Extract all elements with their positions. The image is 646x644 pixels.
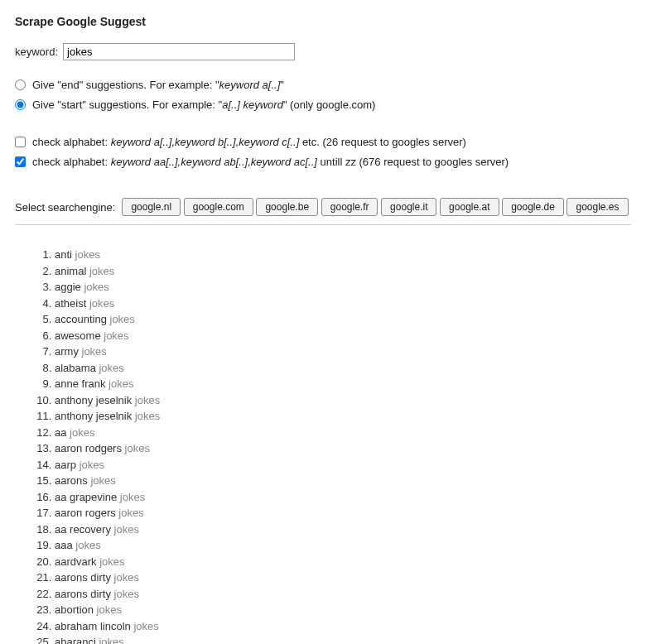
result-keyword: jokes bbox=[114, 588, 139, 600]
start-suggestion-label: Give "start" suggestions. For example: "… bbox=[32, 97, 375, 113]
result-term: accounting bbox=[55, 313, 110, 325]
search-engine-row: Select searchengine: google.nl google.co… bbox=[15, 198, 631, 216]
result-keyword: jokes bbox=[75, 248, 100, 261]
single-alphabet-row: check alphabet: keyword a[..],keyword b[… bbox=[15, 134, 631, 151]
engine-button-google-at[interactable]: google.at bbox=[440, 198, 499, 216]
result-item: awesome jokes bbox=[55, 328, 631, 344]
end-suggestion-row: Give "end" suggestions. For example: "ke… bbox=[15, 77, 631, 94]
result-term: aardvark bbox=[55, 555, 99, 568]
result-term: awesome bbox=[55, 329, 104, 342]
double-alphabet-row: check alphabet: keyword aa[..],keyword a… bbox=[15, 154, 631, 171]
result-item: atheist jokes bbox=[55, 296, 631, 312]
result-term: aaron rogers bbox=[55, 507, 118, 519]
engine-button-google-nl[interactable]: google.nl bbox=[122, 198, 181, 216]
keyword-input[interactable] bbox=[63, 43, 295, 60]
result-term: anne frank bbox=[55, 377, 108, 390]
result-item: anthony jeselnik jokes bbox=[55, 408, 631, 425]
result-keyword: jokes bbox=[114, 523, 139, 536]
result-term: abaranci bbox=[55, 636, 99, 644]
result-keyword: jokes bbox=[110, 313, 135, 325]
result-keyword: jokes bbox=[89, 265, 114, 277]
result-term: aaa bbox=[55, 539, 75, 551]
result-keyword: jokes bbox=[99, 362, 123, 374]
result-item: alabama jokes bbox=[55, 360, 631, 377]
engine-button-google-it[interactable]: google.it bbox=[381, 198, 436, 216]
result-keyword: jokes bbox=[84, 281, 108, 293]
result-item: aa recovery jokes bbox=[55, 521, 631, 538]
result-item: abortion jokes bbox=[55, 602, 631, 618]
result-keyword: jokes bbox=[133, 620, 158, 632]
engine-button-google-fr[interactable]: google.fr bbox=[321, 198, 378, 216]
result-term: aa recovery bbox=[55, 523, 114, 536]
result-keyword: jokes bbox=[89, 297, 114, 310]
result-term: alabama bbox=[55, 362, 99, 374]
result-keyword: jokes bbox=[114, 571, 139, 584]
single-alphabet-checkbox[interactable] bbox=[15, 137, 26, 147]
result-item: aaa jokes bbox=[55, 537, 631, 554]
start-suggestion-radio[interactable] bbox=[15, 99, 26, 110]
result-term: aarons dirty bbox=[55, 588, 114, 600]
result-term: anti bbox=[55, 248, 75, 261]
result-term: aarons bbox=[55, 474, 90, 487]
page-title: Scrape Google Suggest bbox=[15, 15, 631, 28]
keyword-label: keyword: bbox=[15, 46, 58, 58]
result-item: aaron rodgers jokes bbox=[55, 440, 631, 457]
result-keyword: jokes bbox=[120, 491, 145, 503]
result-item: abraham lincoln jokes bbox=[55, 618, 631, 635]
keyword-row: keyword: bbox=[15, 43, 631, 60]
double-alphabet-checkbox[interactable] bbox=[15, 156, 26, 167]
result-keyword: jokes bbox=[99, 555, 124, 568]
result-term: abraham lincoln bbox=[55, 620, 133, 632]
result-item: accounting jokes bbox=[55, 311, 631, 328]
result-item: aa jokes bbox=[55, 425, 631, 441]
results-list: anti jokesanimal jokesaggie jokesatheist… bbox=[35, 247, 631, 644]
result-term: animal bbox=[55, 265, 89, 277]
engine-button-google-com[interactable]: google.com bbox=[184, 198, 253, 216]
end-suggestion-radio[interactable] bbox=[15, 79, 26, 90]
result-item: aaron rogers jokes bbox=[55, 505, 631, 521]
suggestion-mode-group: Give "end" suggestions. For example: "ke… bbox=[15, 77, 631, 113]
result-keyword: jokes bbox=[80, 459, 104, 471]
result-keyword: jokes bbox=[118, 507, 143, 519]
result-keyword: jokes bbox=[90, 474, 115, 487]
result-keyword: jokes bbox=[97, 603, 122, 616]
result-item: aardvark jokes bbox=[55, 554, 631, 570]
engine-button-google-es[interactable]: google.es bbox=[566, 198, 628, 216]
alphabet-group: check alphabet: keyword a[..],keyword b[… bbox=[15, 134, 631, 170]
result-item: anthony jeselnik jokes bbox=[55, 392, 631, 409]
result-item: army jokes bbox=[55, 344, 631, 360]
result-keyword: jokes bbox=[104, 329, 128, 342]
result-keyword: jokes bbox=[135, 394, 160, 406]
result-term: aaron rodgers bbox=[55, 442, 125, 454]
result-item: animal jokes bbox=[55, 263, 631, 280]
result-keyword: jokes bbox=[125, 442, 150, 454]
result-term: aa bbox=[55, 426, 70, 439]
result-keyword: jokes bbox=[75, 539, 100, 551]
result-keyword: jokes bbox=[99, 636, 123, 644]
engine-button-google-be[interactable]: google.be bbox=[256, 198, 318, 216]
result-item: aarons dirty jokes bbox=[55, 586, 631, 603]
result-term: aggie bbox=[55, 281, 84, 293]
separator bbox=[15, 224, 631, 225]
result-keyword: jokes bbox=[70, 426, 94, 439]
result-item: aggie jokes bbox=[55, 279, 631, 296]
result-term: aa grapevine bbox=[55, 491, 120, 503]
result-term: army bbox=[55, 345, 82, 358]
result-term: aarp bbox=[55, 459, 80, 471]
result-item: aarons jokes bbox=[55, 473, 631, 489]
result-item: anti jokes bbox=[55, 247, 631, 263]
start-suggestion-row: Give "start" suggestions. For example: "… bbox=[15, 97, 631, 113]
result-term: anthony jeselnik bbox=[55, 394, 135, 406]
result-term: atheist bbox=[55, 297, 89, 310]
result-term: abortion bbox=[55, 603, 97, 616]
result-keyword: jokes bbox=[82, 345, 107, 358]
result-item: aarp jokes bbox=[55, 457, 631, 473]
result-item: aarons dirty jokes bbox=[55, 570, 631, 586]
result-term: aarons dirty bbox=[55, 571, 114, 584]
result-item: abaranci jokes bbox=[55, 634, 631, 644]
result-term: anthony jeselnik bbox=[55, 410, 135, 422]
result-item: aa grapevine jokes bbox=[55, 489, 631, 506]
end-suggestion-label: Give "end" suggestions. For example: "ke… bbox=[32, 77, 284, 94]
search-engine-label: Select searchengine: bbox=[15, 201, 115, 214]
engine-button-google-de[interactable]: google.de bbox=[502, 198, 564, 216]
